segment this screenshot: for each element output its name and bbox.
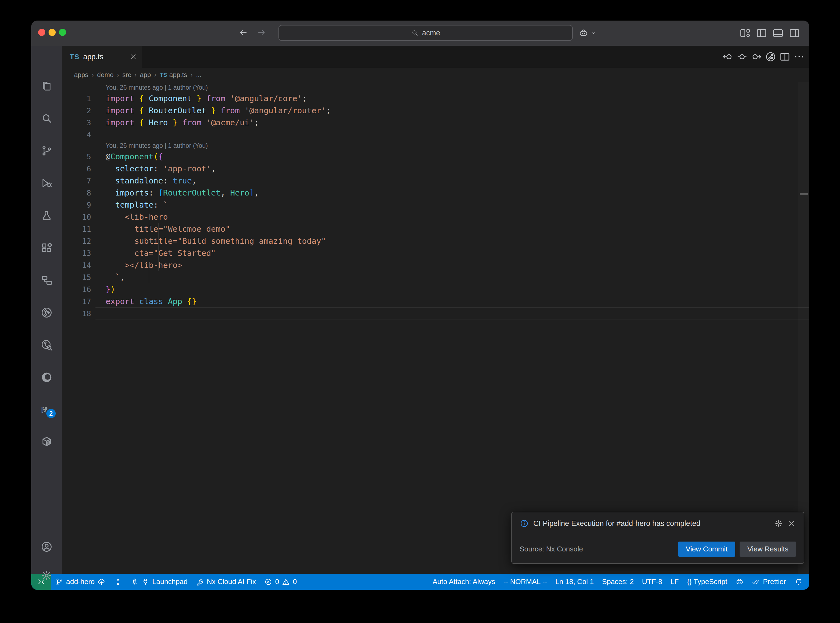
line-number: 12 [62,237,95,246]
sidebar-item-settings[interactable] [40,569,53,582]
status-encoding-label: UTF-8 [642,577,662,586]
status-vim-mode[interactable]: -- NORMAL -- [499,574,551,590]
sidebar-item-run-debug[interactable] [40,177,53,189]
layout-left-icon[interactable] [756,27,768,39]
debug-icon [40,177,53,189]
status-cursor-position[interactable]: Ln 18, Col 1 [551,574,598,590]
nav-back-icon[interactable] [238,28,248,37]
code-line-2: 2import { RouterOutlet } from '@angular/… [62,104,809,117]
line-number: 5 [62,152,95,161]
sidebar-item-accounts[interactable] [40,540,53,553]
sidebar-item-source-control[interactable] [40,144,53,157]
line-number: 7 [62,176,95,185]
notification-toast: CI Pipeline Execution for #add-hero has … [511,512,804,564]
status-auto-attach[interactable]: Auto Attach: Always [428,574,499,590]
line-number: 2 [62,106,95,115]
plug-icon [141,578,149,586]
copilot-menu-button[interactable] [579,26,597,40]
status-git-branch[interactable]: add-hero [51,574,110,590]
sidebar-item-edge-browser[interactable] [40,371,53,384]
breadcrumb-item-demo[interactable]: demo [97,71,114,79]
toggle-primary-sidebar-button[interactable] [756,27,768,40]
code-line-4: 4 [62,129,809,141]
customize-layout-button[interactable] [739,27,751,40]
zoom-button[interactable] [59,29,66,36]
notification-title: CI Pipeline Execution for #add-hero has … [533,519,770,528]
tab-app-ts[interactable]: TS app.ts [62,46,142,68]
layout-right-icon[interactable] [788,27,800,39]
commit-graph-icon[interactable] [765,51,776,63]
sidebar-item-explorer[interactable] [40,80,53,92]
sidebar-item-gitlens-inspect[interactable] [40,339,53,351]
nav-back-icon[interactable] [722,51,734,63]
scrollbar[interactable] [798,82,809,574]
copilot-icon [579,28,588,38]
status-launchpad[interactable]: Launchpad [126,574,192,590]
breadcrumb-item--[interactable]: ... [196,71,201,79]
notification-settings-icon[interactable] [774,519,783,528]
status-notifications-bell[interactable] [790,574,806,590]
notification-close-icon[interactable] [787,519,796,528]
nav-current-icon[interactable] [736,51,748,63]
sidebar-item-gitlens[interactable] [40,306,53,319]
typescript-file-icon: TS [160,72,167,78]
status-commit-graph[interactable] [110,574,126,590]
nav-forward-icon[interactable] [256,28,266,37]
vscode-window: acme 2 TS app.ts apps›demo›src›app›TSapp… [31,21,809,590]
minimize-button[interactable] [49,29,56,36]
toggle-secondary-sidebar-button[interactable] [788,27,800,40]
tab-close-icon[interactable] [129,53,137,61]
view-commit-button[interactable]: View Commit [678,542,736,557]
status-language-mode[interactable]: {} TypeScript [683,574,731,590]
close-button[interactable] [38,29,45,36]
command-center-search[interactable]: acme [278,25,573,41]
status-cursor-position-label: Ln 18, Col 1 [555,577,594,586]
status-formatter[interactable]: Prettier [748,574,790,590]
sidebar-item-extensions[interactable] [40,242,53,254]
line-content: title="Welcmoe demo" [95,223,809,235]
layout-custom-icon[interactable] [739,27,751,39]
split-editor-icon[interactable] [779,51,791,63]
status-problems-label: 0 [293,577,296,586]
files-icon [40,80,53,92]
sidebar-item-nx-console[interactable]: 2 [40,404,53,416]
status-problems[interactable]: 00 [260,574,301,590]
line-number: 16 [62,285,95,294]
boxes-icon [40,274,53,287]
status-indentation[interactable]: Spaces: 2 [598,574,638,590]
status-eol[interactable]: LF [666,574,683,590]
sidebar-item-search[interactable] [40,112,53,125]
status-copilot-status[interactable] [731,574,748,590]
beaker-icon [40,209,53,222]
activity-bar: 2 [31,46,62,574]
breadcrumb-item-app[interactable]: app [140,71,151,79]
nav-forward-icon[interactable] [751,51,762,63]
breadcrumb-item-src[interactable]: src [122,71,131,79]
line-content: <lib-hero [95,211,809,223]
search-icon [411,29,419,37]
line-content: import { RouterOutlet } from '@angular/r… [95,104,809,117]
line-number: 1 [62,94,95,103]
status-nx-cloud-ai-fix[interactable]: Nx Cloud AI Fix [192,574,260,590]
sidebar-item-containers[interactable] [40,436,53,448]
view-results-button[interactable]: View Results [740,542,796,557]
breadcrumb-item-apps[interactable]: apps [74,71,88,79]
line-number: 10 [62,213,95,221]
line-content: cta="Get Started" [95,247,809,259]
sidebar-item-project-references[interactable] [40,274,53,287]
more-actions-icon[interactable] [793,51,805,63]
status-indentation-label: Spaces: 2 [602,577,634,586]
sidebar-item-testing[interactable] [40,209,53,222]
status-encoding[interactable]: UTF-8 [638,574,666,590]
breadcrumb-item-app-ts[interactable]: TSapp.ts [160,71,187,79]
indent-guide [149,163,149,283]
extensions-icon [40,242,53,254]
editor[interactable]: You, 26 minutes ago | 1 author (You)1imp… [62,82,809,574]
line-number: 18 [62,309,95,318]
toggle-panel-button[interactable] [772,27,784,40]
layout-panel-icon[interactable] [772,27,784,39]
status-vim-mode-label: -- NORMAL -- [504,577,547,586]
commits-icon [114,578,122,586]
scm-icon [40,144,53,157]
line-number: 11 [62,225,95,233]
